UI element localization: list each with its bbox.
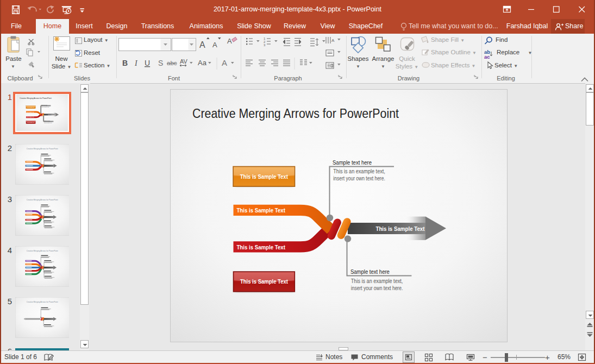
svg-text:A: A — [331, 38, 335, 43]
svg-text:B: B — [122, 59, 128, 67]
svg-text:A: A — [212, 41, 217, 49]
svg-text:abc: abc — [167, 60, 177, 66]
svg-text:A: A — [222, 58, 227, 67]
svg-text:ac: ac — [484, 54, 490, 60]
svg-text:Aa: Aa — [198, 59, 207, 67]
svg-text:A: A — [227, 37, 232, 45]
svg-text:S: S — [158, 59, 163, 67]
svg-text:I: I — [134, 59, 138, 67]
svg-text:3: 3 — [264, 43, 266, 47]
svg-text:AV: AV — [180, 58, 188, 65]
svg-text:U: U — [145, 59, 150, 67]
svg-text:A: A — [199, 40, 205, 49]
